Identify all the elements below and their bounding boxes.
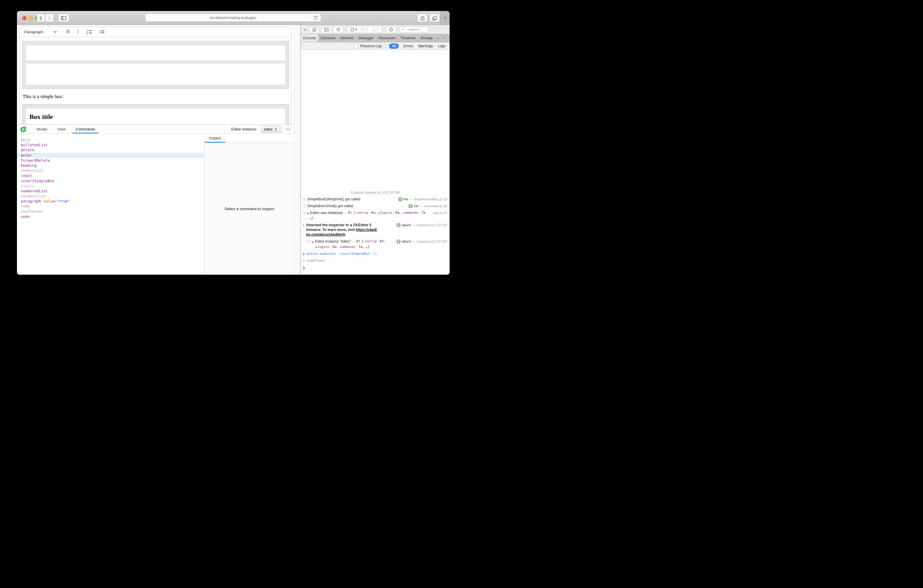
filter-warnings[interactable]: Warnings	[418, 44, 433, 48]
command-item-forwardDelete[interactable]: forwardDelete	[17, 158, 204, 163]
italic-button[interactable]: I	[77, 29, 79, 35]
source-location[interactable]: inspector.js:133:326	[417, 239, 447, 244]
page-scrollbar[interactable]	[294, 25, 301, 275]
browser-window: + Paragraph B I 1 2	[17, 11, 450, 275]
console-cleared-message: Console cleared at 3:01:15 PM	[301, 190, 450, 196]
numbered-list-button[interactable]: 1 2	[87, 30, 92, 34]
command-item-redo[interactable]: redo	[17, 204, 204, 209]
filter-all[interactable]: All	[389, 43, 399, 49]
command-item-paragraph[interactable]: paragraphvalue="true"	[17, 199, 204, 204]
inspector-tab-bar: Console Elements Network Debugger Resour…	[301, 34, 450, 42]
chevron-down-icon[interactable]	[54, 31, 57, 33]
search-input[interactable]	[408, 27, 426, 31]
preserve-log-checkbox[interactable]	[354, 44, 358, 48]
share-button[interactable]	[417, 14, 428, 22]
dock-inspector-button[interactable]	[322, 26, 331, 33]
command-item-enter[interactable]: enter	[17, 153, 204, 158]
command-item-input[interactable]: input	[17, 173, 204, 178]
console-input-echo[interactable]: editor.execute( 'insertSimpleBox' );	[301, 251, 450, 258]
editor-instance-select[interactable]: editor	[261, 126, 282, 132]
tab-overflow-icon[interactable]: »	[435, 34, 441, 42]
crosshair-icon	[389, 27, 393, 32]
tab-resources[interactable]: Resources	[376, 34, 398, 42]
close-inspector-icon[interactable]: ×	[303, 27, 307, 32]
console-log-entry[interactable]: SimpleBoxUI#init() got called finit—esse…	[301, 203, 450, 210]
search-icon	[402, 28, 404, 31]
tab-commands[interactable]: Commands	[72, 125, 98, 133]
sidebar-toggle-button[interactable]	[58, 14, 69, 22]
ckeditor-logo-icon: 5	[21, 126, 26, 133]
filter-errors[interactable]: Errors	[404, 44, 413, 48]
simple-box-title-field[interactable]	[26, 46, 285, 60]
source-location[interactable]: essentials.js:35	[424, 204, 447, 209]
tab-view[interactable]: View	[54, 125, 68, 133]
disclosure-closed-icon[interactable]: ▶	[312, 240, 314, 244]
console-log-entry[interactable]: ▶ Editor was initialized – Kl {config:Kn…	[301, 210, 450, 222]
inspect-placeholder-text: Select a command to inspect	[225, 207, 274, 211]
tab-debugger[interactable]: Debugger	[356, 34, 376, 42]
bulleted-list-button[interactable]	[100, 31, 104, 33]
command-item-bulletedList[interactable]: bulletedList	[17, 142, 204, 148]
settings-gear-icon[interactable]: ⚙	[447, 34, 450, 42]
console-prompt[interactable]	[301, 264, 450, 271]
command-item-insertSimpleBox[interactable]: insertSimpleBox	[17, 178, 204, 184]
simple-box-widget-titled[interactable]: Box title	[22, 104, 289, 125]
box-title-text[interactable]: Box title	[30, 113, 53, 120]
paragraph-text[interactable]: This is a simple box:	[23, 94, 288, 100]
editor-content-area[interactable]: This is a simple box: Box title	[20, 37, 291, 125]
dock-bottom-icon	[324, 28, 328, 31]
source-location[interactable]: app.js:31	[433, 210, 447, 215]
editor-instance-label: Editor instance:	[232, 127, 257, 131]
source-location[interactable]: simpleboxediting.js:19	[414, 197, 447, 202]
inspector-search-field[interactable]	[400, 26, 429, 33]
close-window-button[interactable]	[22, 16, 26, 20]
command-item-indentList[interactable]: indentList	[17, 168, 204, 173]
command-item-delete[interactable]: delete	[17, 148, 204, 153]
reload-page-button[interactable]	[333, 26, 343, 33]
command-item-undo[interactable]: undo	[17, 214, 204, 219]
tab-inspect[interactable]: Inspect	[205, 134, 225, 143]
console-log-entry[interactable]: ▼ Attached the inspector to a CKEditor 5…	[301, 222, 450, 238]
console-log-entry-nested[interactable]: ▶ Editor instance "editor" – Kl {config:…	[301, 238, 450, 251]
tab-timelines[interactable]: Timelines	[398, 34, 418, 42]
new-tab-button[interactable]: +	[440, 11, 450, 25]
filter-logs[interactable]: Logs	[438, 44, 445, 48]
forward-button[interactable]	[45, 14, 54, 22]
tab-overview-button[interactable]	[429, 14, 440, 22]
simple-box-title-field[interactable]: Box title	[26, 108, 285, 125]
disclosure-open-icon[interactable]: ▼	[302, 223, 305, 228]
tab-model[interactable]: Model	[34, 125, 50, 133]
bold-button[interactable]: B	[66, 29, 70, 35]
tab-console[interactable]: Console	[301, 34, 319, 42]
disclosure-closed-icon[interactable]: ▶	[307, 211, 309, 216]
search-menu-chevron-icon	[406, 29, 407, 30]
command-item-heading[interactable]: heading	[17, 163, 204, 168]
command-item-bold[interactable]: bold	[17, 137, 204, 142]
command-item-shiftEnter[interactable]: shiftEnter	[17, 209, 204, 214]
tab-elements[interactable]: Elements	[319, 34, 338, 42]
share-icon	[420, 16, 425, 21]
heading-dropdown[interactable]: Paragraph	[25, 30, 43, 34]
reload-icon[interactable]	[314, 15, 318, 20]
console-log-entry[interactable]: SimpleBoxEditing#init() got called finit…	[301, 196, 450, 203]
console-result[interactable]: undefined	[301, 258, 450, 264]
log-icon	[302, 205, 305, 208]
tab-storage[interactable]: Storage	[418, 34, 435, 42]
command-item-italic[interactable]: italic	[17, 184, 204, 189]
simple-box-widget-empty[interactable]	[22, 41, 289, 89]
address-bar[interactable]	[145, 14, 321, 22]
console-filter-bar: Preserve Log All Errors Warnings Logs	[301, 42, 450, 50]
source-location[interactable]: inspector.js:133:182	[417, 223, 447, 227]
resource-issue-counters[interactable]: 4 0 0	[347, 26, 382, 33]
command-item-numberedList[interactable]: numberedList	[17, 189, 204, 194]
minimize-window-button[interactable]	[29, 16, 33, 20]
tab-network[interactable]: Network	[338, 34, 356, 42]
detach-inspector-button[interactable]	[310, 26, 319, 33]
element-picker-button[interactable]	[386, 26, 396, 33]
add-tab-icon[interactable]: +	[441, 34, 447, 42]
collapse-panel-icon[interactable]	[286, 128, 291, 130]
command-item-outdentList[interactable]: outdentList	[17, 194, 204, 199]
back-button[interactable]	[36, 14, 45, 22]
simple-box-description-field[interactable]	[26, 64, 285, 84]
forward-icon	[48, 16, 51, 20]
